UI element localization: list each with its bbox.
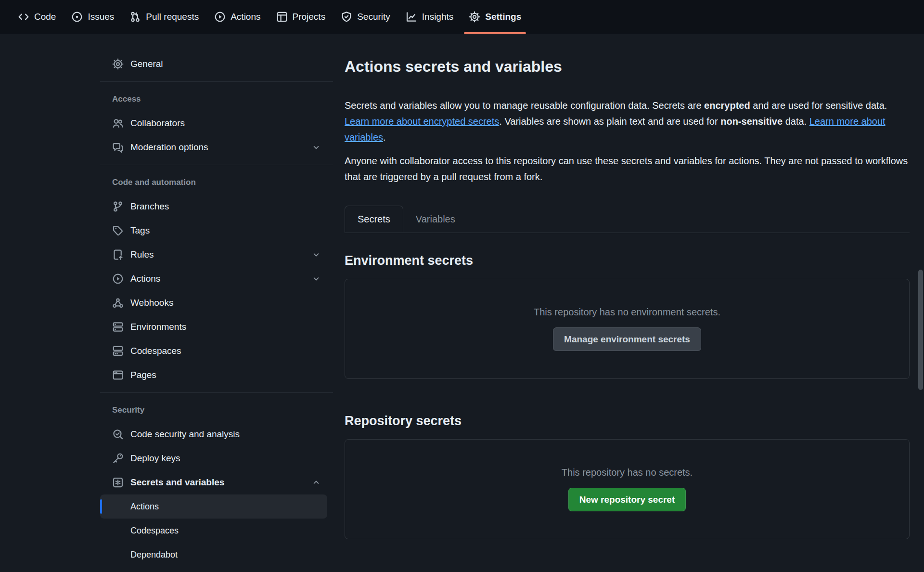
sidebar-item-environments[interactable]: Environments [100, 315, 327, 339]
sidebar-subitem-codespaces[interactable]: Codespaces [100, 519, 327, 543]
sidebar-item-rules[interactable]: Rules [100, 243, 327, 267]
chevron-down-icon [311, 143, 321, 152]
sidebar-section-title-code-and-automation: Code and automation [100, 170, 333, 195]
server-icon [112, 321, 124, 333]
nav-tab-label: Code [34, 12, 56, 22]
sidebar-item-codespaces[interactable]: Codespaces [100, 339, 327, 363]
nav-tab-code[interactable]: Code [10, 0, 64, 34]
intro-text: Secrets and variables allow you to manag… [345, 100, 704, 111]
nav-tab-label: Pull requests [146, 12, 199, 22]
git-pull-request-icon [129, 11, 141, 23]
page-title: Actions secrets and variables [345, 58, 910, 76]
gear-icon [112, 58, 124, 70]
sidebar-item-label: General [130, 59, 327, 69]
sidebar-item-label: Moderation options [130, 142, 305, 153]
sidebar-section-title-access: Access [100, 87, 333, 111]
repository-secrets-heading: Repository secrets [345, 414, 910, 429]
sidebar-item-tags[interactable]: Tags [100, 219, 327, 243]
sidebar-item-actions[interactable]: Actions [100, 267, 327, 291]
sidebar-item-code-security[interactable]: Code security and analysis [100, 422, 327, 446]
browser-icon [112, 369, 124, 381]
sidebar-item-secrets-and-variables[interactable]: Secrets and variables [100, 470, 327, 494]
nav-tab-label: Settings [485, 12, 521, 22]
sidebar-item-label: Environments [130, 322, 327, 332]
environment-secrets-empty-box: This repository has no environment secre… [345, 279, 910, 379]
collaborator-access-paragraph: Anyone with collaborator access to this … [345, 153, 910, 185]
sidebar-item-label: Code security and analysis [130, 429, 327, 440]
nav-tab-issues[interactable]: Issues [64, 0, 122, 34]
new-repository-secret-button[interactable]: New repository secret [568, 488, 686, 511]
people-icon [112, 117, 124, 129]
tag-icon [112, 225, 124, 236]
issue-opened-icon [71, 11, 83, 23]
comment-discussion-icon [112, 142, 124, 153]
sidebar-item-webhooks[interactable]: Webhooks [100, 291, 327, 315]
settings-sidebar: General Access Collaborators Moderation … [100, 34, 333, 567]
sidebar-section-title-security: Security [100, 398, 333, 422]
sidebar-item-label: Deploy keys [130, 453, 327, 464]
graph-icon [406, 11, 417, 23]
environment-secrets-heading: Environment secrets [345, 253, 910, 268]
intro-text: data. [783, 116, 809, 127]
play-icon [214, 11, 226, 23]
webhook-icon [112, 297, 124, 309]
sidebar-subitem-label: Dependabot [130, 550, 178, 560]
sidebar-item-label: Secrets and variables [130, 477, 305, 488]
sidebar-item-label: Actions [130, 273, 305, 284]
tab-variables[interactable]: Variables [403, 206, 468, 233]
sidebar-item-label: Pages [130, 370, 327, 380]
repository-secrets-empty-box: This repository has no secrets. New repo… [345, 439, 910, 539]
sidebar-divider [100, 165, 333, 165]
secrets-variables-tabnav: Secrets Variables [345, 206, 910, 233]
nav-tab-insights[interactable]: Insights [398, 0, 461, 34]
vertical-scrollbar[interactable] [918, 270, 923, 390]
sidebar-item-deploy-keys[interactable]: Deploy keys [100, 446, 327, 470]
sidebar-item-collaborators[interactable]: Collaborators [100, 111, 327, 135]
code-icon [18, 11, 29, 23]
sidebar-subitem-actions[interactable]: Actions [100, 494, 327, 519]
intro-text: and are used for sensitive data. [750, 100, 887, 111]
key-icon [112, 453, 124, 464]
nav-tab-pull-requests[interactable]: Pull requests [122, 0, 206, 34]
learn-more-encrypted-secrets-link[interactable]: Learn more about encrypted secrets [345, 116, 499, 127]
sidebar-divider [100, 81, 333, 82]
intro-text: . [383, 132, 386, 143]
codespaces-icon [112, 345, 124, 357]
play-icon [112, 273, 124, 285]
sidebar-subitem-label: Actions [130, 502, 159, 512]
repository-secrets-empty-text: This repository has no secrets. [562, 467, 693, 478]
nav-tab-security[interactable]: Security [333, 0, 398, 34]
nav-tab-label: Actions [231, 12, 260, 22]
gear-icon [469, 11, 480, 23]
sidebar-item-label: Codespaces [130, 346, 327, 356]
table-icon [276, 11, 288, 23]
sidebar-item-label: Branches [130, 201, 327, 212]
shield-icon [341, 11, 352, 23]
sidebar-item-branches[interactable]: Branches [100, 195, 327, 219]
sidebar-divider [100, 392, 333, 393]
intro-text: . Variables are shown as plain text and … [499, 116, 720, 127]
manage-environment-secrets-button[interactable]: Manage environment secrets [553, 327, 701, 351]
sidebar-item-label: Rules [130, 249, 305, 260]
nav-tab-projects[interactable]: Projects [269, 0, 334, 34]
tab-secrets[interactable]: Secrets [345, 206, 403, 233]
chevron-down-icon [311, 274, 321, 284]
git-branch-icon [112, 201, 124, 212]
sidebar-item-pages[interactable]: Pages [100, 363, 327, 387]
sidebar-item-label: Webhooks [130, 298, 327, 308]
codescan-icon [112, 429, 124, 440]
sidebar-item-general[interactable]: General [100, 52, 327, 76]
repo-nav: Code Issues Pull requests Actions Projec… [0, 0, 924, 34]
chevron-down-icon [311, 250, 321, 260]
nav-tab-actions[interactable]: Actions [206, 0, 268, 34]
nav-tab-label: Security [357, 12, 390, 22]
sidebar-item-moderation-options[interactable]: Moderation options [100, 135, 327, 159]
sidebar-item-label: Collaborators [130, 118, 327, 129]
rules-icon [112, 249, 124, 260]
intro-bold-encrypted: encrypted [704, 100, 750, 111]
nav-tab-settings[interactable]: Settings [461, 0, 529, 34]
nav-tab-label: Projects [293, 12, 326, 22]
sidebar-subitem-dependabot[interactable]: Dependabot [100, 543, 327, 567]
key-asterisk-icon [112, 477, 124, 488]
nav-tab-label: Insights [422, 12, 453, 22]
